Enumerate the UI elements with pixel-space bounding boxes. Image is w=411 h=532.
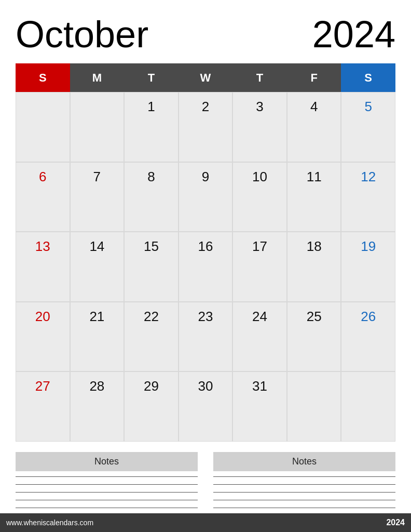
day-cell-30: 30 [179, 371, 233, 442]
notes-line [16, 508, 198, 508]
week-row-2: 6 7 8 9 10 11 12 [16, 162, 395, 232]
day-cell-15: 15 [124, 232, 179, 302]
day-header-wednesday: W [179, 63, 233, 92]
week-row-1: 1 2 3 4 5 [16, 92, 395, 162]
notes-lines-left [16, 476, 198, 508]
month-title: October [16, 16, 148, 53]
day-header-sunday: S [16, 63, 70, 92]
day-cell-empty [70, 92, 125, 162]
day-cell-empty [287, 371, 341, 442]
day-cell-7: 7 [70, 162, 125, 232]
day-cell-11: 11 [287, 162, 341, 232]
day-cell-29: 29 [124, 371, 179, 442]
footer-year: 2024 [386, 518, 405, 527]
day-cell-4: 4 [287, 92, 341, 162]
notes-line [16, 484, 198, 485]
day-cell-23: 23 [179, 302, 233, 372]
day-cell-6: 6 [16, 162, 70, 232]
week-row-3: 13 14 15 16 17 18 19 [16, 232, 395, 302]
day-cell-empty [16, 92, 70, 162]
day-header-thursday: T [232, 63, 287, 92]
day-cell-24: 24 [232, 302, 287, 372]
calendar-weeks: 1 2 3 4 5 6 7 8 9 10 11 12 13 14 15 16 [16, 92, 395, 442]
day-cell-26: 26 [341, 302, 395, 372]
day-headers-row: S M T W T F S [16, 63, 395, 92]
day-header-monday: M [70, 63, 125, 92]
day-cell-10: 10 [232, 162, 287, 232]
notes-box-left: Notes [16, 452, 198, 508]
year-title: 2024 [312, 16, 395, 53]
day-cell-27: 27 [16, 371, 70, 442]
notes-line [213, 508, 395, 508]
footer-url: www.wheniscalendars.com [6, 518, 93, 527]
day-cell-22: 22 [124, 302, 179, 372]
calendar-grid: S M T W T F S 1 2 3 4 5 6 7 8 [16, 63, 395, 442]
day-cell-12: 12 [341, 162, 395, 232]
day-cell-16: 16 [179, 232, 233, 302]
notes-line [16, 476, 198, 477]
day-cell-20: 20 [16, 302, 70, 372]
notes-line [213, 500, 395, 500]
day-header-friday: F [287, 63, 341, 92]
page: October 2024 S M T W T F S 1 2 3 4 5 [0, 0, 411, 532]
calendar-header: October 2024 [16, 16, 395, 53]
notes-line [16, 500, 198, 500]
day-cell-13: 13 [16, 232, 70, 302]
day-header-tuesday: T [124, 63, 179, 92]
day-cell-21: 21 [70, 302, 125, 372]
day-cell-3: 3 [232, 92, 287, 162]
notes-line [213, 492, 395, 493]
day-cell-empty [341, 371, 395, 442]
day-cell-2: 2 [179, 92, 233, 162]
day-cell-9: 9 [179, 162, 233, 232]
day-cell-8: 8 [124, 162, 179, 232]
footer: www.wheniscalendars.com 2024 [0, 513, 411, 532]
notes-line [213, 476, 395, 477]
notes-line [213, 484, 395, 485]
week-row-5: 27 28 29 30 31 [16, 371, 395, 442]
day-cell-18: 18 [287, 232, 341, 302]
notes-header-right: Notes [213, 452, 395, 471]
day-cell-5: 5 [341, 92, 395, 162]
notes-lines-right [213, 476, 395, 508]
notes-section: Notes Notes [16, 452, 395, 508]
day-cell-19: 19 [341, 232, 395, 302]
day-cell-25: 25 [287, 302, 341, 372]
week-row-4: 20 21 22 23 24 25 26 [16, 302, 395, 372]
day-cell-31: 31 [232, 371, 287, 442]
day-cell-28: 28 [70, 371, 125, 442]
notes-header-left: Notes [16, 452, 198, 471]
day-cell-1: 1 [124, 92, 179, 162]
notes-line [16, 492, 198, 493]
notes-box-right: Notes [213, 452, 395, 508]
day-header-saturday: S [341, 63, 395, 92]
day-cell-17: 17 [232, 232, 287, 302]
day-cell-14: 14 [70, 232, 125, 302]
